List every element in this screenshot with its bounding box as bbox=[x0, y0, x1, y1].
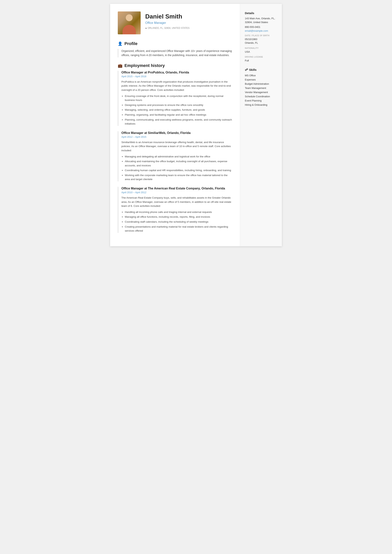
location-text: ORLANDO, FL, 32804, UNITED STATES bbox=[147, 27, 189, 29]
profile-divider: Organized, efficient, and experienced Of… bbox=[118, 49, 232, 57]
skill-item: Event Planning bbox=[245, 99, 277, 103]
list-item: Managing all office functions, including… bbox=[125, 215, 232, 219]
employment-title: 💼 Employment history bbox=[118, 63, 232, 68]
job-3-title: Office Manager at The American Real Esta… bbox=[121, 187, 232, 190]
resume-header: Daniel Smith Office Manager ● ORLANDO, F… bbox=[118, 11, 232, 34]
dob-label: DATE / PLACE OF BIRTH bbox=[245, 35, 277, 37]
list-item: Planning, communicating, and executing w… bbox=[125, 118, 232, 126]
job-1-bullets: Ensuring coverage of the front desk, in … bbox=[121, 94, 232, 126]
profile-text: Organized, efficient, and experienced Of… bbox=[121, 49, 232, 57]
profile-icon: 👤 bbox=[118, 42, 123, 46]
skill-item: Team Management bbox=[245, 86, 277, 90]
profile-section: 👤 Profile Organized, efficient, and expe… bbox=[118, 41, 232, 57]
skills-icon: ☍ bbox=[245, 68, 248, 71]
list-item: Allocating and maintaining the office bu… bbox=[125, 159, 232, 167]
briefcase-icon: 💼 bbox=[118, 63, 123, 68]
job-1-description: ProPublica is an American nonprofit orga… bbox=[121, 80, 232, 92]
skills-section: ☍ Skills MS Office Expenses Budget Admin… bbox=[245, 68, 277, 107]
job-3: Office Manager at The American Real Esta… bbox=[121, 187, 232, 233]
location-icon: ● bbox=[145, 27, 147, 30]
dob-place: Orlando, FL bbox=[245, 41, 277, 45]
nationality-label: NATIONALITY bbox=[245, 47, 277, 49]
job-2-title: Office Manager at SimiliarWeb, Orlando, … bbox=[121, 131, 232, 135]
phone: 890-555-0401 bbox=[245, 25, 277, 29]
driving-license: Full bbox=[245, 59, 277, 62]
skill-item: Schedule Coordination bbox=[245, 94, 277, 99]
details-title: Details bbox=[245, 11, 277, 15]
job-entry-1: Office Manager at ProPublica, Orlando, F… bbox=[118, 71, 232, 126]
resume-document: Daniel Smith Office Manager ● ORLANDO, F… bbox=[110, 4, 282, 246]
address: 143 Main Ave, Orlando, FL, 32804, United… bbox=[245, 17, 277, 24]
employment-section: 💼 Employment history Office Manager at P… bbox=[118, 63, 232, 233]
job-1-title: Office Manager at ProPublica, Orlando, F… bbox=[121, 71, 232, 74]
profile-title: 👤 Profile bbox=[118, 41, 232, 46]
list-item: Ensuring coverage of the front desk, in … bbox=[125, 94, 232, 102]
avatar bbox=[118, 11, 141, 34]
header-info: Daniel Smith Office Manager ● ORLANDO, F… bbox=[145, 11, 232, 30]
job-1-dates: April 2015 – April 2018 bbox=[121, 75, 232, 78]
main-content: Daniel Smith Office Manager ● ORLANDO, F… bbox=[110, 4, 240, 246]
candidate-name: Daniel Smith bbox=[145, 13, 232, 20]
skill-item: MS Office bbox=[245, 73, 277, 78]
list-item: Creating presentations and marketing mat… bbox=[125, 225, 232, 233]
details-section: Details 143 Main Ave, Orlando, FL, 32804… bbox=[245, 11, 277, 62]
sidebar: Details 143 Main Ave, Orlando, FL, 32804… bbox=[240, 4, 282, 246]
list-item: Coordinating human capital and HR respon… bbox=[125, 168, 232, 173]
job-entry-2: Office Manager at SimiliarWeb, Orlando, … bbox=[118, 131, 232, 181]
email-link[interactable]: email@example.com bbox=[245, 29, 277, 32]
candidate-job-title: Office Manager bbox=[145, 21, 232, 25]
skill-item: Hiring & Onboarding bbox=[245, 103, 277, 107]
avatar-image bbox=[118, 11, 141, 34]
list-item: Planning, organizing, and facilitating r… bbox=[125, 113, 232, 117]
skills-title: ☍ Skills bbox=[245, 68, 277, 71]
job-2-dates: April 2012 – April 2015 bbox=[121, 135, 232, 138]
list-item: Handling all incoming phone calls and tr… bbox=[125, 210, 232, 214]
job-entry-3: Office Manager at The American Real Esta… bbox=[118, 187, 232, 233]
job-1: Office Manager at ProPublica, Orlando, F… bbox=[121, 71, 232, 126]
skill-item: Vendor Management bbox=[245, 90, 277, 94]
list-item: Managing, selecting, and ordering office… bbox=[125, 108, 232, 112]
skill-item: Expenses bbox=[245, 78, 277, 82]
job-3-description: The American Real Estate Company buys, s… bbox=[121, 196, 232, 208]
candidate-location: ● ORLANDO, FL, 32804, UNITED STATES bbox=[145, 27, 232, 30]
job-2-description: SimiliarWeb is an American insurance bro… bbox=[121, 140, 232, 153]
dob: 05/10/1983 bbox=[245, 37, 277, 41]
list-item: Working with the corporate marketing tea… bbox=[125, 173, 232, 181]
list-item: Coordinating staff calendars, including … bbox=[125, 220, 232, 224]
list-item: Designing systems and processes to ensur… bbox=[125, 103, 232, 107]
job-3-bullets: Handling all incoming phone calls and tr… bbox=[121, 210, 232, 233]
job-2-bullets: Managing and delegating all administrati… bbox=[121, 154, 232, 182]
driving-label: DRIVING LICENSE bbox=[245, 56, 277, 58]
skill-item: Budget Administration bbox=[245, 82, 277, 86]
list-item: Managing and delegating all administrati… bbox=[125, 154, 232, 159]
nationality: USA bbox=[245, 50, 277, 54]
job-3-dates: April 2010 – April 2012 bbox=[121, 191, 232, 194]
job-2: Office Manager at SimiliarWeb, Orlando, … bbox=[121, 131, 232, 181]
